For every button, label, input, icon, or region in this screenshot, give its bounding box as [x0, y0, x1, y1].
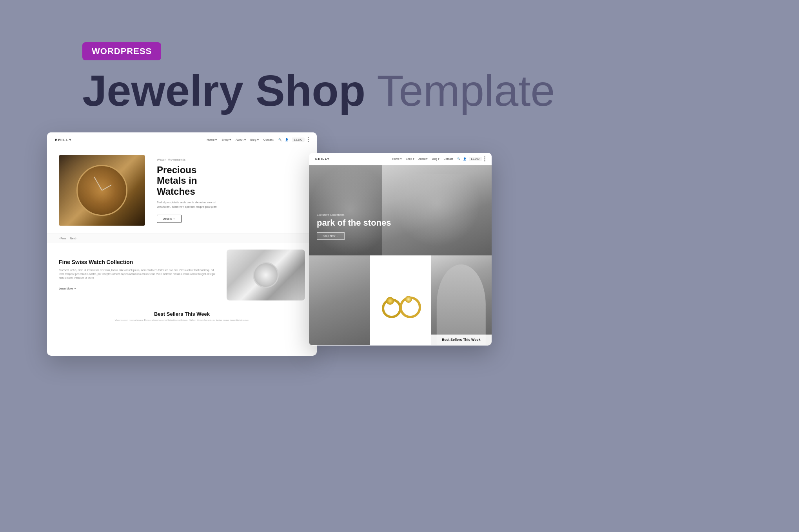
nav-contact[interactable]: Contact — [263, 138, 274, 141]
hero-description: Sed ut perspiciatis unde omnis ste natus… — [157, 201, 227, 209]
right-cart-amount[interactable]: £2,999 — [469, 157, 482, 161]
browser-mockup-left: BRILLY Home ▾ Shop ▾ About ▾ Blog ▾ Cont… — [47, 132, 317, 356]
best-sellers-title: Best Sellers This Week — [59, 311, 305, 317]
ring-gold-1 — [382, 299, 401, 318]
nav-links-left: Home ▾ Shop ▾ About ▾ Blog ▾ Contact — [207, 138, 273, 141]
nav-icons-left: 🔍 👤 £2,390 — [278, 137, 309, 142]
swiss-watch-image — [227, 250, 305, 300]
right-nav-home[interactable]: Home ▾ — [392, 157, 402, 161]
watch-collection-section: Fine Swiss Watch Collection Praesent luc… — [47, 243, 317, 307]
learn-more-button[interactable]: Learn More → — [59, 287, 76, 290]
hero-section-left: Watch Movements Precious Metals in Watch… — [47, 147, 317, 233]
more-menu-icon[interactable] — [308, 137, 309, 142]
best-sellers-section-left: Best Sellers This Week Vivamus non massa… — [47, 307, 317, 326]
bottom-grid: Best Sellers This Week — [309, 255, 492, 345]
nav-logo-left: BRILLY — [55, 138, 72, 142]
grid-right-portrait: Best Sellers This Week — [431, 255, 492, 345]
hero-text: Watch Movements Precious Metals in Watch… — [157, 158, 305, 223]
right-user-icon[interactable]: 👤 — [463, 157, 467, 161]
watch-hero-image — [59, 155, 145, 226]
best-sellers-right-title: Best Sellers This Week — [434, 338, 489, 342]
collection-heading: Fine Swiss Watch Collection — [59, 259, 219, 265]
spark-title: park of the stones — [317, 218, 391, 228]
best-sellers-description: Vivamus non massa ipsum. Donec aliquet a… — [59, 318, 305, 322]
gems-decoration — [309, 165, 391, 255]
swiss-watch-visual — [227, 250, 305, 300]
hero-category: Watch Movements — [157, 158, 305, 161]
background: WORDPRESS Jewelry Shop Template BRILLY H… — [0, 0, 799, 532]
collection-description: Praesent luctus, diam ut fermentum maxim… — [59, 268, 219, 280]
right-nav-blog[interactable]: Blog ▾ — [432, 157, 439, 161]
pagination-bar: ‹ Prev Next › — [47, 233, 317, 243]
collection-text: Fine Swiss Watch Collection Praesent luc… — [59, 259, 219, 291]
right-hero-image: Exclusive Collections park of the stones… — [309, 165, 492, 255]
nav-bar-left: BRILLY Home ▾ Shop ▾ About ▾ Blog ▾ Cont… — [47, 132, 317, 147]
grid-center-rings — [370, 255, 431, 345]
details-button[interactable]: Details → — [157, 215, 182, 223]
right-more-menu-icon[interactable] — [484, 156, 485, 161]
nav-about[interactable]: About ▾ — [236, 138, 246, 141]
nav-shop[interactable]: Shop ▾ — [222, 138, 231, 141]
ring-gold-2 — [400, 297, 421, 318]
shop-now-button[interactable]: Shop Now → — [317, 232, 345, 240]
cart-amount[interactable]: £2,390 — [292, 138, 305, 142]
browser-mockup-right: BRILLY Home ▾ Shop ▾ About ▾ Blog ▾ Cont… — [309, 153, 492, 346]
next-button[interactable]: Next › — [70, 237, 78, 240]
hero-heading: Precious Metals in Watches — [157, 165, 305, 197]
right-nav-about[interactable]: About ▾ — [418, 157, 428, 161]
nav-home[interactable]: Home ▾ — [207, 138, 217, 141]
nav-logo-right: BRILLY — [315, 157, 330, 161]
title-light: Template — [365, 66, 555, 115]
main-title: Jewelry Shop Template — [82, 67, 555, 115]
hero-overlay-text: Exclusive Collections park of the stones… — [317, 213, 391, 240]
wordpress-badge: WORDPRESS — [82, 42, 161, 60]
rings-image — [374, 275, 427, 322]
nav-links-right: Home ▾ Shop ▾ About ▾ Blog ▾ Contact — [392, 157, 453, 161]
nav-bar-right: BRILLY Home ▾ Shop ▾ About ▾ Blog ▾ Cont… — [309, 153, 492, 165]
user-icon[interactable]: 👤 — [285, 138, 289, 141]
search-icon[interactable]: 🔍 — [278, 138, 282, 141]
prev-button[interactable]: ‹ Prev — [59, 237, 66, 240]
woman-portrait — [382, 165, 492, 255]
right-search-icon[interactable]: 🔍 — [457, 157, 461, 161]
best-sellers-right: Best Sellers This Week — [431, 335, 492, 345]
right-nav-contact[interactable]: Contact — [443, 157, 453, 160]
exclusive-label: Exclusive Collections — [317, 213, 391, 217]
watch-face — [76, 165, 127, 216]
badge-label: WORDPRESS — [92, 46, 152, 56]
nav-blog[interactable]: Blog ▾ — [251, 138, 259, 141]
nav-icons-right: 🔍 👤 £2,999 — [457, 156, 485, 161]
right-nav-shop[interactable]: Shop ▾ — [406, 157, 414, 161]
title-bold: Jewelry Shop — [82, 66, 365, 115]
grid-left-image — [309, 255, 370, 345]
portrait-shape — [437, 264, 485, 345]
